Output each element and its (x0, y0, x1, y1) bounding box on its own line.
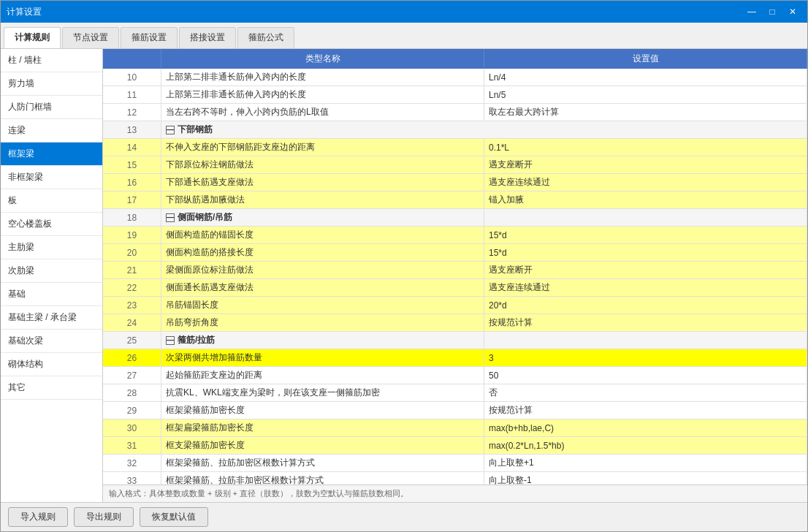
table-row[interactable]: 15 下部原位标注钢筋做法 遇支座断开 (103, 156, 807, 174)
cell-name: 次梁两侧共增加箍筋数量 (161, 349, 484, 366)
sidebar-item-non-frame-beam[interactable]: 非框架梁 (1, 166, 102, 189)
tab-node-settings[interactable]: 节点设置 (62, 27, 119, 48)
table-row[interactable]: 33 框架梁箍筋、拉筋非加密区根数计算方式 向上取整-1 (103, 472, 807, 484)
export-rules-button[interactable]: 导出规则 (74, 507, 134, 527)
tab-stirrup-settings[interactable]: 箍筋设置 (121, 27, 178, 48)
cell-num: 15 (103, 156, 161, 173)
cell-name: 侧面构造筋的锚固长度 (161, 227, 484, 243)
cell-value[interactable]: Ln/5 (484, 86, 807, 103)
collapse-icon[interactable]: — (166, 213, 175, 222)
cell-value[interactable]: 0.1*L (484, 139, 807, 156)
cell-value[interactable]: 否 (484, 384, 807, 401)
table-scroll[interactable]: 10 上部第二排非通长筋伸入跨内的长度 Ln/4 11 上部第三排非通长筋伸入跨… (103, 69, 807, 484)
sidebar-item-air-defense[interactable]: 人防门框墙 (1, 96, 102, 119)
restore-defaults-button[interactable]: 恢复默认值 (140, 507, 208, 527)
table-row[interactable]: 32 框架梁箍筋、拉筋加密区根数计算方式 向上取整+1 (103, 455, 807, 472)
cell-name: 框架梁箍筋、拉筋非加密区根数计算方式 (161, 472, 484, 484)
sidebar-item-secondary-rib[interactable]: 次肋梁 (1, 259, 102, 283)
table-row[interactable]: 17 下部纵筋遇加腋做法 锚入加腋 (103, 191, 807, 209)
table-row[interactable]: 23 吊筋锚固长度 20*d (103, 297, 807, 314)
collapse-icon[interactable]: — (166, 126, 175, 134)
tab-calculation-rules[interactable]: 计算规则 (4, 27, 61, 48)
table-row[interactable]: 30 框架扁梁箍筋加密长度 max(b+hb,lae,C) (103, 419, 807, 437)
table-row[interactable]: 24 吊筋弯折角度 按规范计算 (103, 314, 807, 332)
cell-num: 14 (103, 139, 161, 156)
sidebar-item-coupling-beam[interactable]: 连梁 (1, 119, 102, 142)
table-row[interactable]: 14 不伸入支座的下部钢筋距支座边的距离 0.1*L (103, 139, 807, 156)
import-rules-button[interactable]: 导入规则 (8, 507, 68, 527)
cell-num: 24 (103, 314, 161, 331)
cell-name: 下部原位标注钢筋做法 (161, 156, 484, 173)
header-setting-value: 设置值 (484, 49, 807, 69)
tab-lap-settings[interactable]: 搭接设置 (179, 27, 236, 48)
table-row[interactable]: 27 起始箍筋距支座边的距离 50 (103, 367, 807, 384)
table-area: 类型名称 设置值 10 上部第二排非通长筋伸入跨内的长度 Ln/4 11 上部第… (103, 49, 807, 502)
sidebar-item-foundation[interactable]: 基础 (1, 283, 102, 306)
table-row-selected[interactable]: 26 次梁两侧共增加箍筋数量 3 (103, 349, 807, 367)
cell-value[interactable]: 遇支座连续通过 (484, 279, 807, 296)
cell-name: 吊筋锚固长度 (161, 297, 484, 314)
tab-stirrup-formula[interactable]: 箍筋公式 (237, 27, 294, 48)
cell-value[interactable]: 50 (484, 367, 807, 384)
table-row[interactable]: 28 抗震KL、WKL端支座为梁时，则在该支座一侧箍筋加密 否 (103, 384, 807, 402)
cell-value[interactable]: 遇支座断开 (484, 262, 807, 278)
sidebar-item-foundation-secondary-beam[interactable]: 基础次梁 (1, 330, 102, 353)
minimize-button[interactable]: — (743, 4, 761, 19)
table-row-section: 18 — 侧面钢筋/吊筋 (103, 209, 807, 227)
cell-value[interactable]: 取左右最大跨计算 (484, 104, 807, 121)
sidebar-item-shear-wall[interactable]: 剪力墙 (1, 72, 102, 96)
cell-value[interactable]: 15*d (484, 244, 807, 261)
table-row[interactable]: 29 框架梁箍筋加密长度 按规范计算 (103, 402, 807, 419)
table-header: 类型名称 设置值 (103, 49, 807, 69)
cell-value[interactable]: 按规范计算 (484, 402, 807, 419)
cell-value[interactable]: max(b+hb,lae,C) (484, 419, 807, 436)
sidebar-item-foundation-main-beam[interactable]: 基础主梁 / 承台梁 (1, 306, 102, 330)
cell-name: 下部通长筋遇支座做法 (161, 174, 484, 191)
maximize-button[interactable]: □ (763, 4, 781, 19)
cell-name: 框架梁箍筋加密长度 (161, 402, 484, 419)
cell-value[interactable]: 按规范计算 (484, 314, 807, 331)
cell-num: 33 (103, 472, 161, 484)
close-button[interactable]: ✕ (784, 4, 801, 19)
table-row[interactable]: 19 侧面构造筋的锚固长度 15*d (103, 227, 807, 244)
sidebar-item-hollow-slab[interactable]: 空心楼盖板 (1, 213, 102, 236)
cell-name: 侧面构造筋的搭接长度 (161, 244, 484, 261)
cell-value[interactable]: 遇支座断开 (484, 156, 807, 173)
cell-num: 27 (103, 367, 161, 384)
cell-value[interactable]: 锚入加腋 (484, 191, 807, 208)
table-row[interactable]: 31 框支梁箍筋加密长度 max(0.2*Ln,1.5*hb) (103, 437, 807, 455)
cell-name: 框架梁箍筋、拉筋加密区根数计算方式 (161, 455, 484, 471)
table-row[interactable]: 11 上部第三排非通长筋伸入跨内的长度 Ln/5 (103, 86, 807, 104)
sidebar-item-frame-beam[interactable]: 框架梁 (1, 142, 102, 166)
collapse-icon[interactable]: — (166, 336, 175, 345)
main-content: 柱 / 墙柱 剪力墙 人防门框墙 连梁 框架梁 非框架梁 板 空心楼盖板 主肋梁… (1, 49, 807, 502)
cell-value[interactable]: 15*d (484, 227, 807, 243)
table-row[interactable]: 16 下部通长筋遇支座做法 遇支座连续通过 (103, 174, 807, 191)
table-row[interactable]: 21 梁侧面原位标注筋做法 遇支座断开 (103, 262, 807, 279)
cell-value[interactable]: max(0.2*Ln,1.5*hb) (484, 437, 807, 454)
cell-value[interactable]: 遇支座连续通过 (484, 174, 807, 191)
cell-value[interactable]: 20*d (484, 297, 807, 314)
table-row[interactable]: 12 当左右跨不等时，伸入小跨内负筋的L取值 取左右最大跨计算 (103, 104, 807, 121)
cell-value[interactable]: 向上取整+1 (484, 455, 807, 471)
table-row[interactable]: 22 侧面通长筋遇支座做法 遇支座连续通过 (103, 279, 807, 297)
cell-empty (484, 209, 807, 226)
sidebar-item-masonry[interactable]: 砌体结构 (1, 353, 102, 376)
cell-value[interactable]: 3 (484, 349, 807, 366)
sidebar-item-column[interactable]: 柱 / 墙柱 (1, 49, 102, 72)
footer-buttons: 导入规则 导出规则 恢复默认值 (1, 502, 807, 531)
cell-num: 18 (103, 209, 161, 226)
sidebar-item-main-rib[interactable]: 主肋梁 (1, 236, 102, 259)
cell-num: 26 (103, 349, 161, 366)
cell-value[interactable]: 向上取整-1 (484, 472, 807, 484)
sidebar-item-slab[interactable]: 板 (1, 189, 102, 213)
cell-num: 31 (103, 437, 161, 454)
table-row[interactable]: 20 侧面构造筋的搭接长度 15*d (103, 244, 807, 262)
cell-num: 16 (103, 174, 161, 191)
sidebar-item-others[interactable]: 其它 (1, 376, 102, 400)
cell-num: 29 (103, 402, 161, 419)
cell-name: 框架扁梁箍筋加密长度 (161, 419, 484, 436)
cell-name: 上部第二排非通长筋伸入跨内的长度 (161, 69, 484, 86)
table-row[interactable]: 10 上部第二排非通长筋伸入跨内的长度 Ln/4 (103, 69, 807, 86)
cell-value[interactable]: Ln/4 (484, 69, 807, 86)
